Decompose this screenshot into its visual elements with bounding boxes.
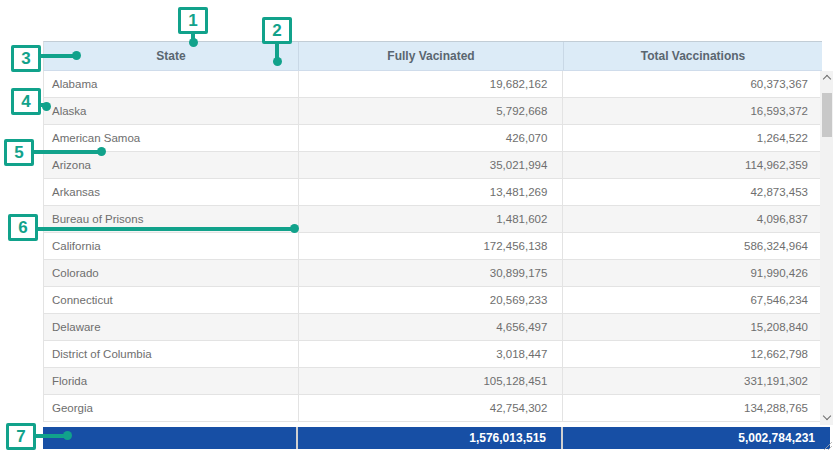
callout-5-dot [97,147,106,156]
cell-state: Georgia [44,395,299,421]
callout-5: 5 [4,139,34,166]
cell-total: 60,373,367 [563,71,820,97]
cell-total: 12,662,798 [563,341,820,367]
cell-fully: 19,682,162 [299,71,564,97]
cell-total: 114,962,359 [563,152,820,178]
table-row[interactable]: Colorado30,899,17591,990,426 [44,260,820,287]
callout-2: 2 [262,17,292,44]
totals-row: 1,576,013,515 5,002,784,231 [43,427,830,449]
callout-4: 4 [11,88,41,115]
vertical-scrollbar[interactable] [820,71,833,425]
callout-7-line [35,434,65,438]
cell-fully: 30,899,175 [299,260,564,286]
cell-state: Arizona [44,152,299,178]
chevron-up-icon [822,75,830,83]
table-row[interactable]: American Samoa426,0701,264,522 [44,125,820,152]
cell-total: 42,873,453 [563,179,820,205]
cell-fully: 172,456,138 [299,233,564,259]
cell-fully: 3,018,447 [299,341,564,367]
cell-state: Colorado [44,260,299,286]
cell-total: 91,990,426 [563,260,820,286]
callout-3: 3 [11,45,41,72]
cell-state: Alaska [44,98,299,124]
table-row[interactable]: Alabama19,682,16260,373,367 [44,71,820,98]
column-header-fully-vaccinated[interactable]: Fully Vacinated [299,42,564,70]
cell-fully: 20,569,233 [299,287,564,313]
cell-state: Delaware [44,314,299,340]
cell-total: 15,208,840 [563,314,820,340]
cell-fully: 5,792,668 [299,98,564,124]
cell-total: 16,593,372 [563,98,820,124]
totals-total-vaccinations-cell: 5,002,784,231 [563,427,830,449]
screenshot-stage: State Fully Vacinated Total Vaccinations… [0,0,833,453]
cell-fully: 4,656,497 [299,314,564,340]
callout-7: 7 [6,423,36,450]
cell-total: 331,191,302 [563,368,820,394]
cell-fully: 105,128,451 [299,368,564,394]
cell-fully: 1,481,602 [299,206,564,232]
callout-5-line [33,150,99,154]
table-row[interactable]: Arkansas13,481,26942,873,453 [44,179,820,206]
callout-6: 6 [8,214,38,241]
totals-fully-vaccinated-cell: 1,576,013,515 [298,427,563,449]
callout-3-line [40,54,75,58]
table-row[interactable]: Delaware4,656,49715,208,840 [44,314,820,341]
chevron-down-icon [822,412,830,420]
cell-total: 134,288,765 [563,395,820,421]
cell-state: American Samoa [44,125,299,151]
cell-fully: 35,021,994 [299,152,564,178]
cell-state: Florida [44,368,299,394]
cell-state: District of Columbia [44,341,299,367]
table-row[interactable]: Arizona35,021,994114,962,359 [44,152,820,179]
callout-1: 1 [178,7,208,34]
cell-total: 67,546,234 [563,287,820,313]
table-row[interactable]: District of Columbia3,018,44712,662,798 [44,341,820,368]
cell-total: 1,264,522 [563,125,820,151]
table-row[interactable]: Florida105,128,451331,191,302 [44,368,820,395]
callout-7-dot [63,431,72,440]
cell-state: Connecticut [44,287,299,313]
column-header-state[interactable]: State [44,42,299,70]
column-header-total-vaccinations[interactable]: Total Vaccinations [564,42,822,70]
table-header-row: State Fully Vacinated Total Vaccinations [43,41,822,71]
cell-fully: 426,070 [299,125,564,151]
callout-4-dot [42,102,51,111]
cell-fully: 42,754,302 [299,395,564,421]
cell-total: 586,324,964 [563,233,820,259]
table-row[interactable]: Alaska5,792,66816,593,372 [44,98,820,125]
cell-fully: 13,481,269 [299,179,564,205]
cell-state: Alabama [44,71,299,97]
cell-state: Arkansas [44,179,299,205]
table-row[interactable]: California172,456,138586,324,964 [44,233,820,260]
cell-state: California [44,233,299,259]
callout-6-dot [290,224,299,233]
cell-total: 4,096,837 [563,206,820,232]
table-body: Alabama19,682,16260,373,367Alaska5,792,6… [43,71,820,422]
scrollbar-down-button[interactable] [820,411,833,425]
scrollbar-thumb[interactable] [822,93,832,137]
table-row[interactable]: Georgia42,754,302134,288,765 [44,395,820,422]
callout-1-dot [189,38,198,47]
totals-state-cell [43,427,298,449]
callout-2-dot [273,57,282,66]
scrollbar-up-button[interactable] [820,71,833,85]
table-row[interactable]: Connecticut20,569,23367,546,234 [44,287,820,314]
callout-6-line [37,227,291,231]
callout-3-dot [72,51,81,60]
